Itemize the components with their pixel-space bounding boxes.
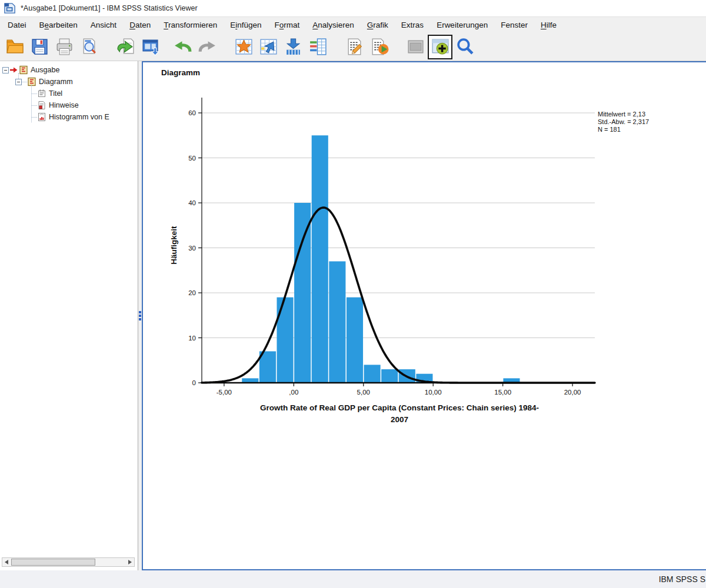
redo-button[interactable] [195,34,219,60]
tree-item-label: Ausgabe [31,66,59,74]
left-arrow-icon [5,560,8,564]
svg-text:5,00: 5,00 [357,389,370,396]
tree-item-titel[interactable]: Titel [0,88,138,99]
menu-bearbeiten[interactable]: Bearbeiten [33,18,84,32]
save-button[interactable] [27,34,52,60]
svg-text:N = 181: N = 181 [598,126,621,133]
run-syntax-icon [369,37,389,56]
title-bar: *Ausgabe1 [Dokument1] - IBM SPSS Statist… [0,0,706,16]
svg-text:10: 10 [188,335,196,342]
svg-text:20: 20 [188,289,196,296]
svg-text:60: 60 [188,109,196,116]
menu-hilfe[interactable]: Hilfe [534,18,563,32]
svg-text:,00: ,00 [289,389,298,396]
variable-list-button[interactable] [305,34,330,60]
outline-pane: Ausgabe Diagramm Titel Hinweise [0,61,138,570]
run-syntax-button[interactable] [367,34,391,60]
svg-text:Mittelwert = 2,13: Mittelwert = 2,13 [598,111,645,118]
svg-text:30: 30 [188,245,196,252]
save-icon [30,37,49,56]
status-text: IBM SPSS S [659,574,705,584]
dialog-recall-icon [116,37,135,56]
tree-connector [32,93,37,94]
menu-ansicht[interactable]: Ansicht [84,18,123,32]
tree-item-hinweise[interactable]: Hinweise [0,99,138,111]
svg-text:0: 0 [192,379,196,386]
menu-bar: Datei Bearbeiten Ansicht Daten Transform… [0,16,706,33]
window-plus-button[interactable] [428,35,452,59]
svg-text:2007: 2007 [391,415,408,424]
tree-item-label: Histogramm von E [49,113,109,121]
menu-format[interactable]: Format [268,18,307,32]
scroll-right-button[interactable] [126,558,134,566]
tree-item-histogramm[interactable]: Histogramm von E [0,111,138,123]
output-book-icon [27,77,36,86]
splitter-handle-icon[interactable] [139,310,141,322]
undo-icon [173,37,192,56]
svg-text:15,00: 15,00 [494,389,511,396]
last-output-button[interactable] [403,34,428,60]
tree-item-label: Diagramm [39,78,73,86]
find-button[interactable] [452,34,477,60]
print-button[interactable] [52,34,76,60]
output-book-icon [19,65,28,75]
collapse-toggle[interactable] [2,67,9,74]
menu-datei[interactable]: Datei [1,18,33,32]
goto-case-button[interactable] [231,34,256,60]
scrollbar-thumb[interactable] [11,559,95,566]
outline-tree: Ausgabe Diagramm Titel Hinweise [0,61,138,123]
svg-text:Std.-Abw. = 2,317: Std.-Abw. = 2,317 [598,118,649,125]
menu-erweiterungen[interactable]: Erweiterungen [430,18,494,32]
menu-transformieren[interactable]: Transformieren [157,18,224,32]
tree-connector [32,117,37,118]
title-icon [37,89,46,98]
print-icon [55,37,74,56]
spss-viewer-icon [4,2,16,14]
variables-button[interactable] [281,34,305,60]
content-pane: Diagramm 0102030405060-5,00,005,0010,001… [142,61,706,570]
svg-text:50: 50 [188,155,196,162]
dialog-recall-button[interactable] [113,34,138,60]
tree-connector [32,105,37,106]
toolbar [0,33,706,61]
tree-connector [22,82,27,82]
tree-item-label: Hinweise [49,101,79,109]
tree-item-label: Titel [49,89,62,98]
outline-horizontal-scrollbar[interactable] [2,557,135,567]
find-icon [455,37,475,56]
svg-text:-5,00: -5,00 [217,389,232,396]
histogram-chart[interactable]: 0102030405060-5,00,005,0010,0015,0020,00… [143,62,705,474]
scroll-left-button[interactable] [2,558,11,566]
print-preview-icon [79,37,99,56]
svg-text:10,00: 10,00 [425,389,442,396]
menu-daten[interactable]: Daten [123,18,157,32]
svg-text:Growth Rate of Real GDP per Ca: Growth Rate of Real GDP per Capita (Cons… [260,403,539,412]
menu-fenster[interactable]: Fenster [494,18,534,32]
menu-analysieren[interactable]: Analysieren [306,18,361,32]
undo-button[interactable] [170,34,195,60]
svg-text:40: 40 [188,199,196,206]
designate-window-button[interactable] [138,34,162,60]
tree-item-diagramm[interactable]: Diagramm [0,76,138,88]
menu-extras[interactable]: Extras [395,18,430,32]
current-item-arrow-icon [9,66,18,74]
window-plus-icon [431,37,450,56]
syntax-edit-icon [345,37,364,56]
menu-grafik[interactable]: Grafik [361,18,395,32]
svg-text:Häufigkeit: Häufigkeit [169,226,178,265]
status-bar: IBM SPSS S [0,570,706,588]
goto-case-icon [234,37,254,56]
goto-variable-button[interactable] [256,34,281,60]
tree-item-ausgabe[interactable]: Ausgabe [0,64,138,76]
menu-einfuegen[interactable]: Einfügen [224,18,268,32]
notes-icon [37,101,46,110]
print-preview-button[interactable] [76,34,101,60]
window-title: *Ausgabe1 [Dokument1] - IBM SPSS Statist… [21,4,198,12]
variables-icon [284,37,303,56]
main-area: Ausgabe Diagramm Titel Hinweise [0,61,706,570]
window-disabled-icon [406,37,425,56]
open-button[interactable] [2,34,27,60]
collapse-toggle[interactable] [15,79,22,85]
histogram-icon [37,112,46,122]
syntax-edit-button[interactable] [342,34,367,60]
